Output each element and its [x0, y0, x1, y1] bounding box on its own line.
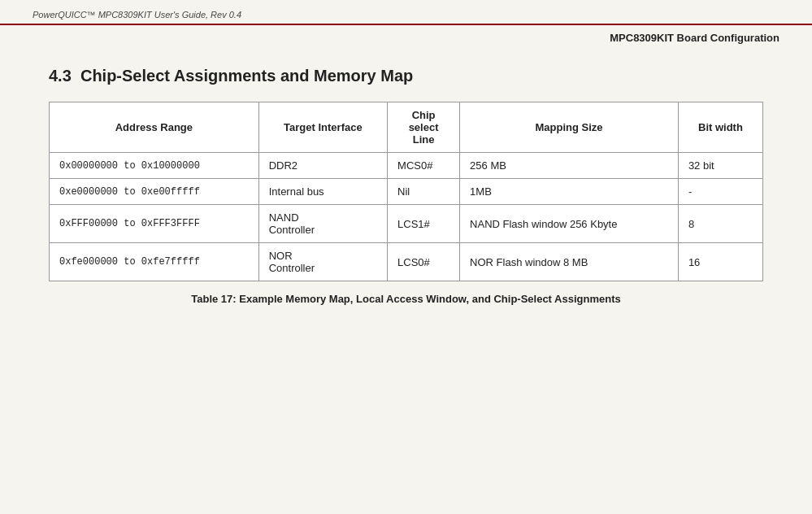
col-header-address-range: Address Range — [50, 102, 259, 153]
cell-size-0: 256 MB — [460, 153, 679, 179]
table-row: 0x00000000 to 0x10000000 DDR2 MCS0# 256 … — [50, 153, 763, 179]
cell-size-1: 1MB — [460, 179, 679, 205]
cell-width-3: 16 — [678, 243, 762, 281]
table-container: Address Range Target Interface Chipselec… — [0, 102, 812, 281]
cell-address-2: 0xFFF00000 to 0xFFF3FFFF — [50, 205, 259, 243]
cell-size-2: NAND Flash window 256 Kbyte — [460, 205, 679, 243]
cell-cs-0: MCS0# — [388, 153, 460, 179]
cell-width-1: - — [678, 179, 762, 205]
cell-target-2: NANDController — [258, 205, 387, 243]
cell-address-3: 0xfe000000 to 0xfe7fffff — [50, 243, 259, 281]
col-header-bit-width: Bit width — [678, 102, 762, 153]
table-row: 0xe0000000 to 0xe00fffff Internal bus Ni… — [50, 179, 763, 205]
section-heading: 4.3 Chip-Select Assignments and Memory M… — [0, 44, 812, 102]
section-title: 4.3 Chip-Select Assignments and Memory M… — [49, 67, 763, 85]
cell-target-3: NORController — [258, 243, 387, 281]
cell-address-0: 0x00000000 to 0x10000000 — [50, 153, 259, 179]
table-row: 0xfe000000 to 0xfe7fffff NORController L… — [50, 243, 763, 281]
col-header-chip-select-line: ChipselectLine — [388, 102, 460, 153]
cell-cs-1: Nil — [388, 179, 460, 205]
cell-address-1: 0xe0000000 to 0xe00fffff — [50, 179, 259, 205]
cell-target-1: Internal bus — [258, 179, 387, 205]
page-subtitle: MPC8309KIT Board Configuration — [0, 25, 812, 44]
cell-cs-3: LCS0# — [388, 243, 460, 281]
cell-width-2: 8 — [678, 205, 762, 243]
cell-width-0: 32 bit — [678, 153, 762, 179]
page-container: PowerQUICC™ MPC8309KIT User's Guide, Rev… — [0, 0, 812, 514]
header-title: PowerQUICC™ MPC8309KIT User's Guide, Rev… — [33, 10, 241, 20]
header: PowerQUICC™ MPC8309KIT User's Guide, Rev… — [0, 0, 812, 25]
col-header-mapping-size: Mapping Size — [460, 102, 679, 153]
table-caption: Table 17: Example Memory Map, Local Acce… — [0, 281, 812, 305]
table-header-row: Address Range Target Interface Chipselec… — [50, 102, 763, 153]
cell-target-0: DDR2 — [258, 153, 387, 179]
table-row: 0xFFF00000 to 0xFFF3FFFF NANDController … — [50, 205, 763, 243]
cell-size-3: NOR Flash window 8 MB — [460, 243, 679, 281]
cell-cs-2: LCS1# — [388, 205, 460, 243]
memory-map-table: Address Range Target Interface Chipselec… — [49, 102, 763, 281]
col-header-target-interface: Target Interface — [258, 102, 387, 153]
